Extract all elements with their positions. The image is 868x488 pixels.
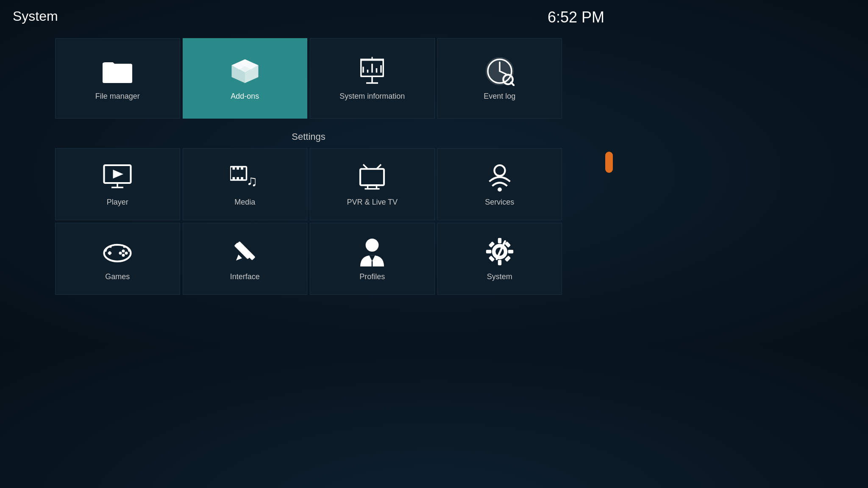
svg-rect-31 xyxy=(232,177,235,180)
pvr-icon xyxy=(357,162,387,192)
svg-rect-59 xyxy=(486,250,492,253)
tile-add-ons-label: Add-ons xyxy=(231,92,259,101)
scroll-indicator xyxy=(605,152,613,173)
tile-media-label: Media xyxy=(234,198,255,207)
settings-section-label: Settings xyxy=(0,131,617,142)
svg-point-54 xyxy=(366,238,379,252)
player-icon xyxy=(103,162,132,192)
tile-services-label: Services xyxy=(485,198,514,207)
addons-icon xyxy=(230,56,260,86)
tile-player[interactable]: Player xyxy=(55,148,180,220)
tile-pvr-live-tv[interactable]: PVR & Live TV xyxy=(310,148,435,220)
services-icon xyxy=(485,162,515,192)
games-icon xyxy=(103,237,132,266)
svg-rect-35 xyxy=(360,169,384,185)
media-icon: ♫ xyxy=(230,162,260,192)
system-icon xyxy=(485,237,515,266)
svg-text:♫: ♫ xyxy=(246,172,257,189)
svg-point-42 xyxy=(494,165,505,176)
svg-rect-33 xyxy=(241,177,243,180)
tile-system[interactable]: System xyxy=(437,223,562,295)
tile-player-label: Player xyxy=(107,198,128,207)
tile-services[interactable]: Services xyxy=(437,148,562,220)
folder-icon xyxy=(103,56,132,86)
tile-add-ons[interactable]: Add-ons xyxy=(183,38,308,119)
svg-rect-57 xyxy=(498,238,501,243)
tile-system-information-label: System information xyxy=(339,92,405,101)
clock: 6:52 PM xyxy=(548,8,604,26)
settings-grid: Player ♫ Media xyxy=(55,148,562,295)
tile-interface[interactable]: Interface xyxy=(183,223,308,295)
page-title: System xyxy=(13,8,58,24)
tile-games-label: Games xyxy=(105,272,130,281)
svg-point-48 xyxy=(125,252,128,255)
svg-rect-28 xyxy=(232,166,235,169)
interface-icon xyxy=(230,237,260,266)
svg-line-22 xyxy=(511,82,514,86)
tile-profiles-label: Profiles xyxy=(359,272,385,281)
tile-file-manager-label: File manager xyxy=(95,92,140,101)
tile-pvr-live-tv-label: PVR & Live TV xyxy=(347,198,398,207)
svg-rect-60 xyxy=(508,250,513,253)
svg-rect-58 xyxy=(498,260,501,265)
svg-rect-30 xyxy=(241,166,243,169)
tile-media[interactable]: ♫ Media xyxy=(183,148,308,220)
tile-event-log[interactable]: Event log xyxy=(437,38,562,119)
svg-point-43 xyxy=(498,187,502,191)
svg-point-49 xyxy=(122,253,125,256)
svg-point-47 xyxy=(122,250,125,252)
top-tile-row: File manager Add-ons xyxy=(55,38,562,119)
tile-file-manager[interactable]: File manager xyxy=(55,38,180,119)
svg-rect-32 xyxy=(236,177,239,180)
svg-rect-29 xyxy=(236,166,239,169)
tile-interface-label: Interface xyxy=(230,272,260,281)
svg-point-50 xyxy=(119,252,122,255)
eventlog-icon xyxy=(485,56,515,86)
tile-profiles[interactable]: Profiles xyxy=(310,223,435,295)
tile-games[interactable]: Games xyxy=(55,223,180,295)
svg-marker-24 xyxy=(113,169,124,178)
profiles-icon xyxy=(357,237,387,266)
tile-event-log-label: Event log xyxy=(484,92,515,101)
tile-system-label: System xyxy=(487,272,512,281)
sysinfo-icon xyxy=(357,56,387,86)
svg-marker-52 xyxy=(236,255,242,261)
tile-system-information[interactable]: System information xyxy=(310,38,435,119)
svg-rect-0 xyxy=(103,64,132,83)
